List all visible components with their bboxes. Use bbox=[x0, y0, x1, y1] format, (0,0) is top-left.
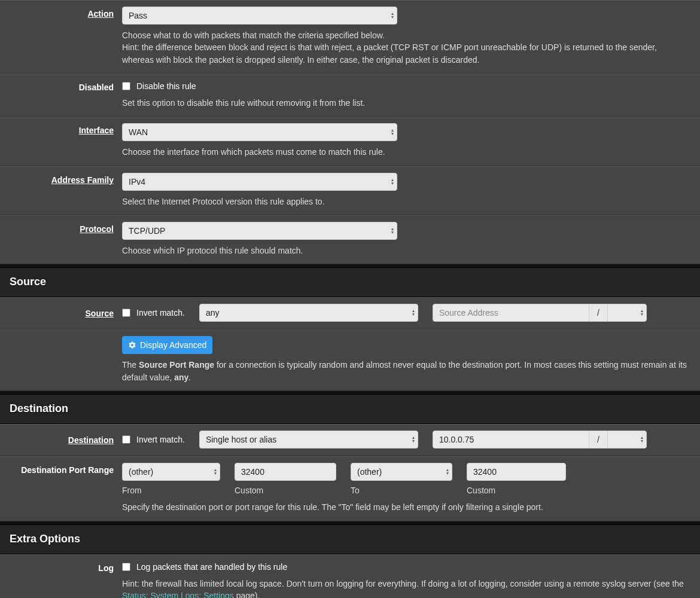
port-from-sublabel: From bbox=[122, 484, 220, 496]
source-address-input[interactable] bbox=[433, 304, 589, 322]
firewall-rule-form: Action Pass ▴▾ Choose what to do with pa… bbox=[0, 0, 700, 598]
source-type-select[interactable]: any bbox=[199, 304, 418, 322]
disabled-help: Set this option to disable this rule wit… bbox=[122, 97, 690, 109]
section-source-title: Source bbox=[0, 267, 700, 297]
system-logs-settings-link[interactable]: Status: System Logs: Settings bbox=[122, 591, 234, 598]
label-action: Action bbox=[0, 7, 122, 66]
interface-select[interactable]: WAN bbox=[122, 123, 397, 141]
section-extra-title: Extra Options bbox=[0, 524, 700, 554]
label-interface: Interface bbox=[0, 123, 122, 158]
row-source: Source Invert match. any ▴▾ / bbox=[0, 297, 700, 329]
source-advanced-help: The Source Port Range for a connection i… bbox=[122, 359, 690, 383]
source-invert-label: Invert match. bbox=[136, 307, 185, 319]
destination-type-select[interactable]: Single host or alias bbox=[199, 431, 418, 448]
label-destination: Destination bbox=[0, 431, 122, 448]
row-action: Action Pass ▴▾ Choose what to do with pa… bbox=[0, 0, 700, 74]
cidr-slash: / bbox=[589, 431, 607, 448]
row-protocol: Protocol TCP/UDP ▴▾ Choose which IP prot… bbox=[0, 215, 700, 264]
row-destination: Destination Invert match. Single host or… bbox=[0, 424, 700, 456]
protocol-help: Choose which IP protocol this rule shoul… bbox=[122, 245, 690, 257]
port-to-sublabel: To bbox=[351, 484, 452, 496]
destination-address-input[interactable] bbox=[433, 431, 589, 448]
label-log: Log bbox=[0, 561, 122, 598]
action-select[interactable]: Pass bbox=[122, 7, 397, 25]
row-interface: Interface WAN ▴▾ Choose the interface fr… bbox=[0, 117, 700, 166]
source-invert-checkbox[interactable] bbox=[122, 309, 130, 317]
row-disabled: Disabled Disable this rule Set this opti… bbox=[0, 74, 700, 117]
row-source-advanced: Display Advanced The Source Port Range f… bbox=[0, 329, 700, 391]
port-from-select[interactable]: (other) bbox=[122, 463, 220, 481]
section-destination-title: Destination bbox=[0, 394, 700, 424]
row-address-family: Address Family IPv4 ▴▾ Select the Intern… bbox=[0, 166, 700, 215]
label-address-family: Address Family bbox=[0, 173, 122, 208]
row-log: Log Log packets that are handled by this… bbox=[0, 554, 700, 598]
display-advanced-label: Display Advanced bbox=[140, 340, 206, 350]
log-checkbox-label: Log packets that are handled by this rul… bbox=[136, 561, 287, 573]
label-disabled: Disabled bbox=[0, 80, 122, 109]
source-cidr-select[interactable] bbox=[607, 304, 647, 322]
address-family-select[interactable]: IPv4 bbox=[122, 173, 397, 191]
disabled-checkbox-label: Disable this rule bbox=[136, 80, 196, 92]
label-dest-port-range: Destination Port Range bbox=[0, 463, 122, 514]
gear-icon bbox=[128, 341, 136, 349]
destination-invert-label: Invert match. bbox=[136, 434, 185, 446]
port-from-custom-input[interactable] bbox=[235, 463, 336, 481]
label-protocol: Protocol bbox=[0, 222, 122, 257]
dest-port-help: Specify the destination port or port ran… bbox=[122, 501, 690, 513]
log-help: Hint: the firewall has limited local log… bbox=[122, 578, 690, 598]
destination-invert-checkbox[interactable] bbox=[122, 435, 130, 444]
action-help: Choose what to do with packets that matc… bbox=[122, 29, 690, 66]
display-advanced-button[interactable]: Display Advanced bbox=[122, 336, 212, 354]
port-custom2-sublabel: Custom bbox=[467, 484, 566, 496]
disabled-checkbox[interactable] bbox=[122, 82, 130, 90]
port-to-custom-input[interactable] bbox=[467, 463, 566, 481]
interface-help: Choose the interface from which packets … bbox=[122, 146, 690, 158]
cidr-slash: / bbox=[589, 304, 607, 322]
address-family-help: Select the Internet Protocol version thi… bbox=[122, 196, 690, 208]
row-destination-port-range: Destination Port Range (other) ▴▾ From C… bbox=[0, 456, 700, 521]
protocol-select[interactable]: TCP/UDP bbox=[122, 222, 397, 240]
port-custom1-sublabel: Custom bbox=[235, 484, 336, 496]
destination-cidr-select[interactable] bbox=[607, 431, 647, 448]
log-checkbox[interactable] bbox=[122, 563, 130, 571]
port-to-select[interactable]: (other) bbox=[351, 463, 452, 481]
label-source: Source bbox=[0, 304, 122, 322]
